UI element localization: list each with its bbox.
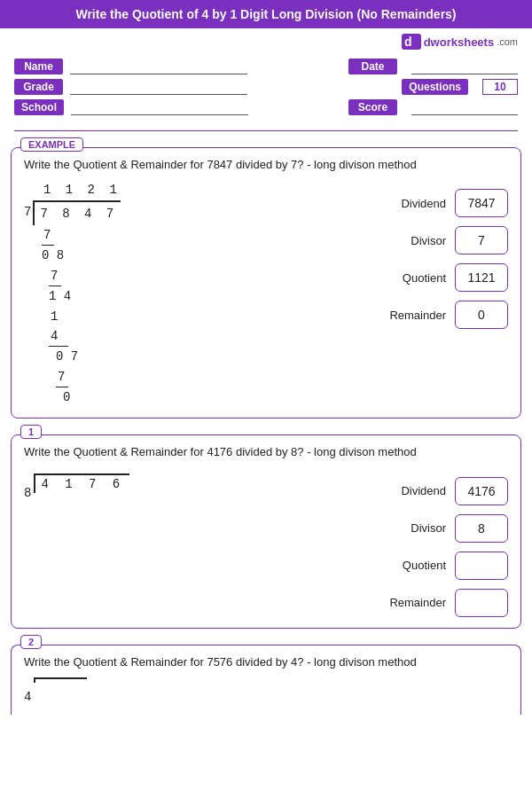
problem2-bracket-area	[34, 677, 87, 683]
p1-dividend-label: Dividend	[375, 484, 446, 497]
grade-label: Grade	[14, 79, 63, 95]
logo-icon: d dworksheets.com	[402, 34, 518, 50]
logo-bar: d dworksheets.com	[0, 28, 532, 53]
grade-row: Grade Questions 10	[14, 79, 518, 95]
p1-remainder-label: Remainder	[375, 596, 446, 609]
grade-input[interactable]	[70, 79, 247, 95]
name-input[interactable]	[70, 59, 247, 74]
divisor-answer-box: 7	[455, 226, 508, 254]
date-label: Date	[348, 59, 397, 74]
problem1-divisor-display: 8	[24, 473, 31, 500]
logo-text: dworksheets	[424, 35, 494, 49]
quotient-answer-box: 1121	[455, 263, 508, 292]
p1-remainder-row: Remainder	[375, 589, 508, 617]
p1-dividend-box: 4176	[455, 477, 508, 505]
example-question: Write the Quotient & Remainder for 7847 …	[24, 157, 508, 173]
remainder-answer-box: 0	[455, 301, 508, 329]
problem1-division-area: 8 4 1 7 6 Dividend 4176 Divisor 8 Quotie…	[24, 468, 508, 617]
dividend-answer-box: 7847	[455, 189, 508, 217]
p1-divisor-box: 8	[455, 514, 508, 543]
form-section: Name Date Grade Questions 10 School Scor…	[0, 53, 532, 127]
date-group: Date	[348, 59, 518, 74]
p1-quotient-label: Quotient	[375, 559, 446, 572]
long-division-example: 1 1 2 1 7 7 8 4 7 7 0 8 7 1 4 1 4 0 7 7 …	[24, 180, 139, 407]
score-group: Score	[348, 99, 518, 115]
name-label: Name	[14, 59, 63, 74]
example-card: EXAMPLE Write the Quotient & Remainder f…	[11, 147, 521, 419]
questions-label: Questions	[402, 79, 468, 95]
step2-bring: 1 4	[49, 286, 139, 306]
remainder-answer-label: Remainder	[375, 309, 446, 322]
step2-sub: 7	[49, 266, 61, 286]
problem2-divisor-display: 4	[24, 677, 31, 704]
example-answer-panel: Dividend 7847 Divisor 7 Quotient 1121 Re…	[375, 189, 508, 329]
problem2-tag: 2	[20, 635, 42, 649]
problem2-dividend-display	[34, 679, 87, 683]
remainder-answer-row: Remainder 0	[375, 301, 508, 329]
problem1-answer-panel: Dividend 4176 Divisor 8 Quotient Remaind…	[375, 477, 508, 617]
svg-text:d: d	[404, 35, 412, 49]
problem2-bracket: 4	[24, 677, 508, 704]
p1-divisor-label: Divisor	[375, 521, 446, 535]
example-division-area: 1 1 2 1 7 7 8 4 7 7 0 8 7 1 4 1 4 0 7 7 …	[24, 180, 508, 407]
divisor-answer-label: Divisor	[375, 234, 446, 247]
school-row: School Score	[14, 99, 518, 115]
p1-divisor-row: Divisor 8	[375, 514, 508, 543]
school-input[interactable]	[71, 99, 248, 115]
p1-quotient-row: Quotient	[375, 552, 508, 580]
dividend-answer-label: Dividend	[375, 197, 446, 210]
dividend-bracket: 7 8 4 7	[33, 200, 121, 225]
problem1-tag: 1	[20, 425, 42, 439]
step4-final: 0	[63, 387, 139, 407]
step1-sub: 7	[42, 225, 54, 246]
quotient-working: 1 1 2 1	[43, 180, 139, 200]
page-title: Write the Quotient of 4 by 1 Digit Long …	[0, 0, 532, 28]
dividend-answer-row: Dividend 7847	[375, 189, 508, 217]
p1-remainder-box[interactable]	[455, 589, 508, 617]
step3-bring: 0 7	[56, 347, 139, 366]
school-label: School	[14, 99, 64, 115]
p1-quotient-box[interactable]	[455, 552, 508, 580]
score-input[interactable]	[411, 99, 518, 115]
problem1-question: Write the Quotient & Remainder for 4176 …	[24, 444, 508, 460]
step1-rem: 0 8	[42, 246, 139, 265]
step4-sub: 7	[56, 367, 68, 387]
problem1-bracket-area: 4 1 7 6	[34, 473, 129, 493]
divisor-working: 7	[24, 200, 31, 222]
problem1-dividend-display: 4 1 7 6	[34, 475, 129, 493]
example-tag: EXAMPLE	[20, 137, 83, 152]
questions-value: 10	[482, 79, 518, 95]
quotient-answer-row: Quotient 1121	[375, 263, 508, 292]
score-label: Score	[348, 99, 397, 115]
step3-sub: 1 4	[49, 307, 68, 348]
section-divider	[14, 130, 518, 131]
problem1-bracket: 8 4 1 7 6	[24, 473, 148, 500]
date-input[interactable]	[411, 59, 518, 74]
p1-dividend-row: Dividend 4176	[375, 477, 508, 505]
logo-svg: d	[402, 34, 421, 50]
quotient-answer-label: Quotient	[375, 271, 446, 285]
problem2-question: Write the Quotient & Remainder for 7576 …	[24, 654, 508, 670]
questions-group: Questions 10	[402, 79, 518, 95]
divisor-row: 7 7 8 4 7	[24, 200, 139, 225]
logo-suffix: .com	[497, 36, 518, 47]
divisor-answer-row: Divisor 7	[375, 226, 508, 254]
problem1-card: 1 Write the Quotient & Remainder for 417…	[11, 434, 521, 628]
name-row: Name Date	[14, 59, 518, 74]
problem2-card: 2 Write the Quotient & Remainder for 757…	[11, 645, 521, 715]
